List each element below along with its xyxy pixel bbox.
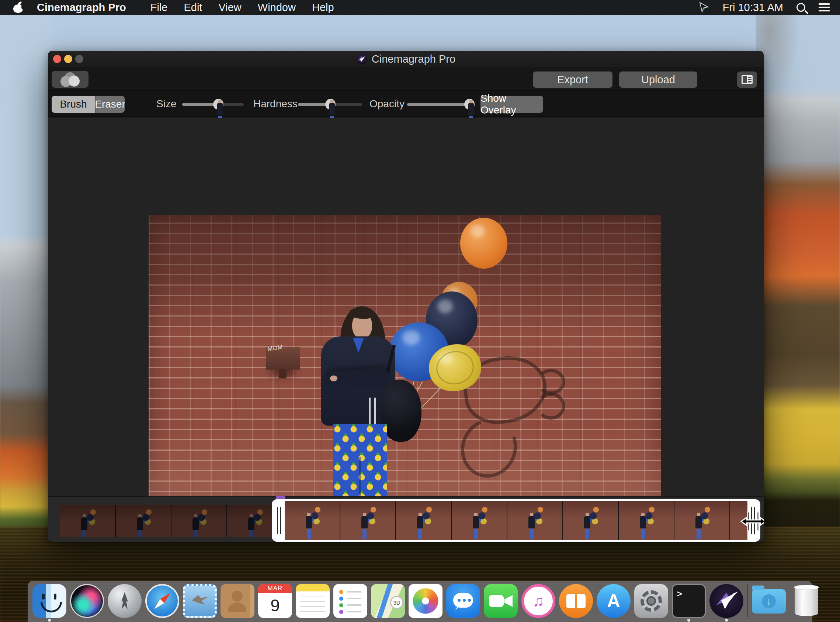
running-indicator [48,619,51,622]
video-canvas[interactable]: MOM [149,215,661,502]
filmstrip-frame [396,501,452,540]
menu-item-file[interactable]: File [150,2,168,14]
notification-center-icon[interactable] [819,3,830,11]
dock: MAR 9 3D ♫ A >_ ↓ [27,581,813,622]
app-icon [356,53,367,64]
filmstrip-frame [285,501,341,540]
trim-handle-left[interactable] [273,501,285,540]
dock-downloads[interactable]: ↓ [752,584,786,618]
show-overlay-button[interactable]: Show Overlay [481,96,543,113]
upload-button[interactable]: Upload [619,72,697,88]
dock-reminders[interactable] [333,584,367,618]
dock-photos[interactable] [409,584,443,618]
calendar-day: 9 [258,593,292,618]
menu-app-name[interactable]: Cinemagraph Pro [37,2,126,14]
size-slider[interactable] [182,103,244,106]
dock-system-preferences[interactable] [634,584,668,618]
safari-compass-icon [145,584,179,618]
dock-terminal[interactable]: >_ [672,584,706,618]
timeline-strip[interactable] [48,496,764,542]
running-indicator [725,619,728,622]
gear-icon [634,584,668,618]
dock-cinemagraph-pro[interactable] [709,584,744,618]
hardness-slider-thumb[interactable] [325,99,336,110]
siri-icon [70,584,104,618]
opacity-slider[interactable] [407,103,472,106]
dock-contacts[interactable] [220,584,254,618]
filmstrip-frame [341,501,396,540]
opacity-slider-thumb[interactable] [464,99,475,110]
tool-segmented-control: Brush Eraser [52,96,125,113]
size-label: Size [156,98,176,110]
mail-stamp-icon [183,584,217,618]
maps-3d-badge: 3D [390,596,403,609]
terminal-icon: >_ [672,584,706,618]
filmstrip-frame [452,501,507,540]
dock-messages[interactable] [446,584,480,618]
opacity-label: Opacity [370,98,405,110]
graffiti-scribble [536,369,565,395]
filmstrip-frame [227,505,272,537]
filmstrip-trimmed-out[interactable] [60,505,272,537]
size-slider-thumb[interactable] [213,99,224,110]
dock-maps[interactable]: 3D [371,584,405,618]
itunes-note-icon: ♫ [521,584,555,618]
launchpad-rocket-icon [108,584,142,618]
dock-app-store[interactable]: A [597,584,631,618]
trash-icon [795,586,818,616]
tab-eraser[interactable]: Eraser [95,96,125,113]
dock-ibooks[interactable] [559,584,593,618]
cinemagraph-pro-window: Cinemagraph Pro Export Upload Brush Eras… [48,51,764,542]
dock-calendar[interactable]: MAR 9 [258,584,292,618]
apple-menu-icon[interactable] [13,2,23,13]
running-indicator [687,619,690,622]
downloads-folder-icon: ↓ [752,589,786,613]
trim-selection[interactable] [272,499,761,542]
photos-flower-icon [409,584,443,618]
filmstrip-frame [674,501,730,540]
cursor-utility-menu-icon[interactable] [698,2,709,13]
download-arrow-icon: ↓ [762,595,776,608]
tab-brush[interactable]: Brush [52,96,95,113]
finder-icon [32,584,66,618]
spotlight-search-icon[interactable] [796,3,805,12]
graffiti-scribble [536,392,565,420]
dock-mail[interactable] [183,584,217,618]
menu-item-window[interactable]: Window [258,2,296,14]
blend-mode-button[interactable] [52,71,89,88]
sidebar-icon [742,75,753,84]
opacity-slider-fill [407,103,470,106]
jacket-stripe [369,398,371,424]
desktop: Cinemagraph Pro File Edit View Window He… [0,0,840,622]
contacts-book-icon [220,584,254,618]
dock-itunes[interactable]: ♫ [521,584,555,618]
toggle-sidebar-button[interactable] [737,72,757,88]
notes-icon [296,584,330,618]
dock-safari[interactable] [145,584,179,618]
dock-trash[interactable] [790,584,823,618]
jacket-stripe [374,398,376,424]
menu-bar: Cinemagraph Pro File Edit View Window He… [0,0,840,15]
dock-notes[interactable] [296,584,330,618]
menu-item-view[interactable]: View [218,2,241,14]
export-button[interactable]: Export [533,72,612,88]
menu-item-help[interactable]: Help [312,2,334,14]
resize-cursor-pointer [741,511,764,533]
brush-settings-bar: Brush Eraser Size Hardness Opacity Show … [48,91,764,117]
filmstrip-selected[interactable] [285,501,747,540]
dock-siri[interactable] [70,584,104,618]
filmstrip-frame [507,501,563,540]
title-bar: Cinemagraph Pro [48,51,764,67]
reminders-icon [333,584,367,618]
dock-launchpad[interactable] [108,584,142,618]
dock-divider [747,584,748,617]
hardness-slider[interactable] [298,103,362,106]
hummingbird-icon [709,584,744,618]
window-title-text: Cinemagraph Pro [372,53,455,65]
person-pineapple-outfit [333,424,387,502]
dock-facetime[interactable] [484,584,518,618]
menu-clock[interactable]: Fri 10:31 AM [723,2,783,14]
dock-finder[interactable] [32,584,66,618]
person-hand [330,375,338,381]
menu-item-edit[interactable]: Edit [184,2,202,14]
